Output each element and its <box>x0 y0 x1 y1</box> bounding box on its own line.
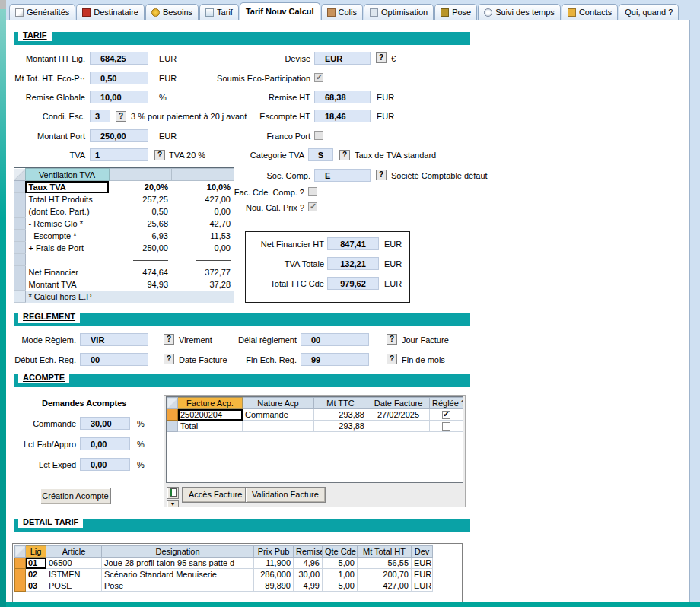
tab-contacts[interactable]: Contacts <box>562 4 618 20</box>
acompte-cell-facture[interactable]: Total <box>178 421 243 432</box>
ventilation-cell[interactable]: 427,00 <box>171 193 234 205</box>
detail-cell-dev[interactable]: EUR <box>412 558 433 569</box>
ventilation-title-header[interactable]: Ventilation TVA <box>25 169 109 181</box>
detail-cell-mt-total-ht[interactable]: 427,00 <box>358 580 412 592</box>
detail-header-article[interactable]: Article <box>46 546 102 558</box>
delai-reglement-field[interactable]: 00 <box>301 333 369 346</box>
soumis-eco-checkbox[interactable] <box>314 73 323 82</box>
commande-field[interactable]: 30,00 <box>80 417 130 430</box>
tab-qui-quand[interactable]: Qui, quand ? <box>619 4 679 20</box>
nou-cal-prix-checkbox[interactable] <box>308 202 317 211</box>
detail-cell-article[interactable]: 06500 <box>46 558 102 569</box>
detail-cell-remise[interactable]: 30,00 <box>294 569 323 580</box>
ventilation-cell[interactable]: 257,25 <box>109 193 171 205</box>
detail-cell-remise[interactable]: 4,96 <box>294 558 323 569</box>
acompte-header-mt-ttc[interactable]: Mt TTC <box>314 398 368 409</box>
reglee-checkbox[interactable] <box>442 422 450 431</box>
total-ttc-cde-field[interactable]: 979,62 <box>327 277 379 290</box>
montant-port-field[interactable]: 250,00 <box>90 129 148 142</box>
tab-pose[interactable]: Pose <box>434 4 477 20</box>
ventilation-cell[interactable]: + Frais de Port <box>25 242 109 254</box>
debut-ech-reg-field[interactable]: 00 <box>80 353 148 366</box>
remise-ht-field[interactable]: 68,38 <box>314 91 371 103</box>
categorie-tva-field[interactable]: S <box>308 148 333 161</box>
export-excel-button[interactable] <box>167 487 179 499</box>
acompte-header-date[interactable]: Date Facture <box>368 398 430 409</box>
debut-ech-reg-help-button[interactable]: ? <box>164 354 174 364</box>
detail-header-designation[interactable]: Designation <box>102 546 254 558</box>
fac-cde-comp-checkbox[interactable] <box>308 187 317 196</box>
reglee-checkbox[interactable] <box>442 411 450 419</box>
franco-port-checkbox[interactable] <box>314 131 323 140</box>
acompte-cell-date[interactable]: 27/02/2025 <box>368 409 430 421</box>
detail-header-dev[interactable]: Dev <box>412 546 433 558</box>
detail-cell-remise[interactable]: 4,99 <box>294 580 323 592</box>
ventilation-cell[interactable]: 250,00 <box>109 242 171 254</box>
detail-header-remise[interactable]: Remise <box>294 546 323 558</box>
detail-cell-lig[interactable]: 02 <box>26 569 46 580</box>
mode-reglem-help-button[interactable]: ? <box>164 334 174 345</box>
escompte-ht-field[interactable]: 18,46 <box>314 110 371 122</box>
detail-header-lig[interactable]: Lig <box>26 546 46 558</box>
ventilation-cell[interactable]: 474,64 <box>109 266 171 278</box>
acompte-cell-mt-ttc[interactable]: 293,88 <box>314 409 368 421</box>
condi-esc-help-button[interactable]: ? <box>116 111 126 122</box>
tab-tarif-nouv-calcul[interactable]: Tarif Nouv Calcul <box>240 2 320 20</box>
detail-cell-designation[interactable]: Pose <box>102 580 254 592</box>
acompte-header-reglee[interactable]: Réglée ? <box>430 398 463 409</box>
detail-cell-lig[interactable]: 03 <box>26 580 46 592</box>
devise-field[interactable]: EUR <box>314 52 371 65</box>
tab-suivi-des-temps[interactable]: Suivi des temps <box>478 4 561 20</box>
acompte-cell-nature[interactable]: Commande <box>243 409 314 421</box>
tab-destinataire[interactable]: Destinataire <box>76 4 145 20</box>
acces-facture-button[interactable]: Accès Facture <box>182 487 249 503</box>
acompte-cell-facture[interactable]: 250200204 <box>178 409 243 421</box>
detail-header-prix-pub[interactable]: Prix Pub <box>254 546 294 558</box>
tva-help-button[interactable]: ? <box>154 150 165 160</box>
detail-cell-qte-cde[interactable]: 5,00 <box>323 580 358 592</box>
ventilation-cell[interactable]: Montant TVA <box>25 278 109 291</box>
detail-cell-prix-pub[interactable]: 89,890 <box>254 580 294 592</box>
detail-cell-mt-total-ht[interactable]: 56,55 <box>358 558 412 569</box>
ventilation-cell[interactable]: (dont Eco. Part.) <box>25 205 109 218</box>
net-financier-ht-field[interactable]: 847,41 <box>327 237 379 250</box>
ventilation-cell[interactable]: 94,93 <box>109 278 171 291</box>
detail-cell-mt-total-ht[interactable]: 200,70 <box>358 569 412 580</box>
fin-ech-reg-field[interactable]: 99 <box>301 353 369 366</box>
acompte-cell-mt-ttc[interactable]: 293,88 <box>314 421 368 432</box>
detail-cell-designation[interactable]: Scénario Standard Menuiserie <box>102 569 254 580</box>
ventilation-cell[interactable]: 0,00 <box>171 205 234 218</box>
ventilation-cell[interactable]: - Escompte * <box>25 230 109 242</box>
condi-esc-field[interactable]: 3 <box>90 110 110 122</box>
ventilation-cell[interactable]: Net Financier <box>25 266 109 278</box>
tab-optimisation[interactable]: Optimisation <box>364 4 434 20</box>
detail-cell-article[interactable]: ISTMEN <box>46 569 102 580</box>
detail-cell-designation[interactable]: Joue 28 profil talon 95 sans patte d <box>102 558 254 569</box>
soc-comp-help-button[interactable]: ? <box>376 170 387 180</box>
detail-cell-article[interactable]: POSE <box>46 580 102 592</box>
detail-header-mt-total-ht[interactable]: Mt Total HT <box>358 546 412 558</box>
creation-acompte-button[interactable]: Création Acompte <box>40 488 111 504</box>
ventilation-cell[interactable]: 372,77 <box>171 266 234 278</box>
ventilation-cell[interactable]: 11,53 <box>171 230 234 242</box>
categorie-tva-help-button[interactable]: ? <box>339 150 350 160</box>
ventilation-cell[interactable]: 25,68 <box>109 218 171 230</box>
validation-facture-button[interactable]: Validation Facture <box>245 487 326 503</box>
soc-comp-field[interactable]: E <box>314 169 371 182</box>
ventilation-cell[interactable]: 0,00 <box>171 242 234 254</box>
scroll-down-button[interactable]: ▾ <box>167 500 179 507</box>
ventilation-cell[interactable]: 20,0% <box>109 181 171 193</box>
ventilation-cell[interactable]: 37,28 <box>171 278 234 291</box>
remise-globale-field[interactable]: 10,00 <box>90 91 148 103</box>
ventilation-cell[interactable]: Total HT Produits <box>25 193 109 205</box>
tab-colis[interactable]: Colis <box>321 4 363 20</box>
tva-totale-field[interactable]: 132,21 <box>327 257 379 270</box>
fin-ech-reg-help-button[interactable]: ? <box>387 354 397 364</box>
mt-tot-eco-field[interactable]: 0,50 <box>90 72 148 84</box>
ventilation-cell[interactable]: 6,93 <box>109 230 171 242</box>
detail-header-qte-cde[interactable]: Qte Cde <box>323 546 358 558</box>
tva-field[interactable]: 1 <box>90 148 148 161</box>
acompte-header-facture[interactable]: Facture Acp. <box>178 398 243 409</box>
detail-cell-prix-pub[interactable]: 11,900 <box>254 558 294 569</box>
devise-help-button[interactable]: ? <box>376 52 387 63</box>
